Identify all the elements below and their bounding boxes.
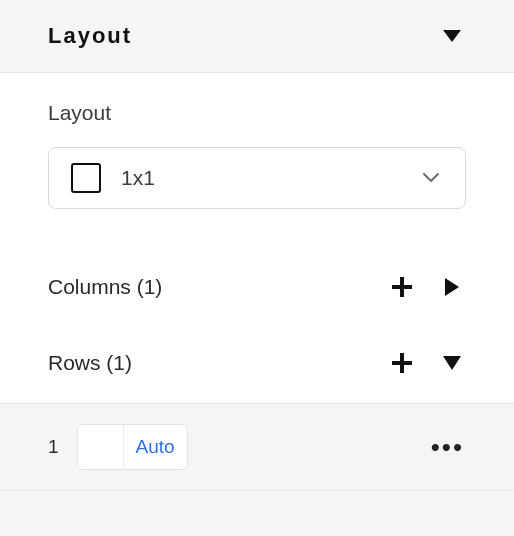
svg-marker-6 [443,356,461,370]
row-detail-left: 1 Auto [48,424,188,470]
expand-columns-button[interactable] [438,273,466,301]
layout-grid-icon [71,163,101,193]
layout-select-left: 1x1 [71,163,155,193]
columns-actions [388,273,466,301]
panel-body: Layout 1x1 Columns (1) Rows (1) [0,73,514,404]
row-size-control: Auto [77,424,188,470]
chevron-down-icon [423,173,439,183]
row-size-mode[interactable]: Auto [124,436,187,458]
row-index: 1 [48,436,59,458]
panel-header[interactable]: Layout [0,0,514,73]
svg-rect-5 [392,361,412,365]
rows-actions [388,349,466,377]
panel-header-title: Layout [48,23,132,49]
svg-rect-2 [392,285,412,289]
row-size-input[interactable] [78,425,124,469]
rows-label: Rows (1) [48,351,132,375]
layout-section-label: Layout [48,101,466,125]
columns-row: Columns (1) [48,251,466,327]
add-row-button[interactable] [388,349,416,377]
layout-panel: Layout Layout 1x1 Columns (1) [0,0,514,491]
collapse-rows-button[interactable] [438,349,466,377]
columns-label: Columns (1) [48,275,162,299]
layout-select[interactable]: 1x1 [48,147,466,209]
row-more-button[interactable]: ••• [429,430,466,464]
row-detail: 1 Auto ••• [0,404,514,491]
svg-marker-3 [445,278,459,296]
add-column-button[interactable] [388,273,416,301]
collapse-icon[interactable] [438,22,466,50]
layout-select-value: 1x1 [121,166,155,190]
svg-marker-0 [443,30,461,42]
rows-row: Rows (1) [48,327,466,403]
